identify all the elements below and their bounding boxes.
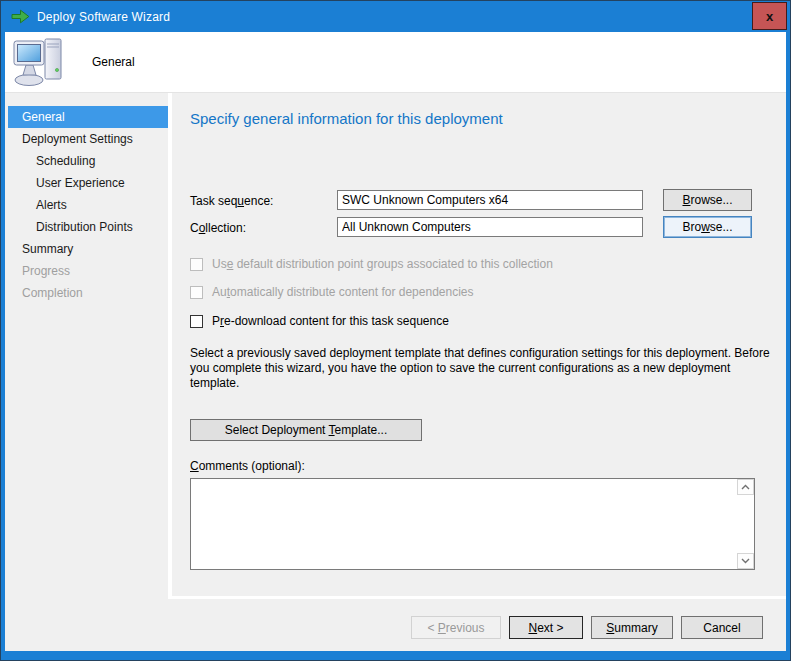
deployment-template-note: Select a previously saved deployment tem… — [190, 346, 772, 391]
wizard-frame: General General Deployment Settings Sche… — [5, 32, 786, 651]
footer-buttons: < Previous Next > Summary Cancel — [411, 616, 763, 639]
computer-icon — [12, 37, 66, 87]
collection-input[interactable] — [337, 217, 643, 237]
sidebar-item-deployment-settings[interactable]: Deployment Settings — [8, 128, 168, 150]
sidebar-item-scheduling[interactable]: Scheduling — [8, 150, 168, 172]
select-deployment-template-button[interactable]: Select Deployment Template... — [190, 419, 422, 441]
scroll-down-button[interactable] — [737, 553, 754, 569]
sidebar-item-progress: Progress — [8, 260, 168, 282]
chevron-up-icon — [741, 484, 750, 490]
pre-download-content-checkbox[interactable] — [190, 315, 203, 328]
page-step-title: General — [92, 55, 135, 69]
sidebar-item-general[interactable]: General — [8, 106, 168, 128]
close-button[interactable]: x — [752, 2, 787, 30]
use-default-dp-groups-checkbox — [190, 258, 203, 271]
comments-scrollbar[interactable] — [737, 479, 754, 569]
use-default-dp-groups-row: Use default distribution point groups as… — [190, 257, 553, 271]
deploy-software-wizard-window: Deploy Software Wizard x — [0, 0, 791, 661]
wizard-header: General — [5, 32, 786, 93]
comments-label: Comments (optional): — [190, 456, 305, 476]
wizard-body: General Deployment Settings Scheduling U… — [5, 93, 786, 596]
cancel-button[interactable]: Cancel — [681, 616, 763, 639]
task-sequence-browse-button[interactable]: Browse... — [663, 189, 752, 211]
auto-distribute-content-row: Automatically distribute content for dep… — [190, 285, 474, 299]
summary-button[interactable]: Summary — [591, 616, 673, 639]
comments-box — [190, 478, 755, 570]
general-page-content: Specify general information for this dep… — [172, 93, 786, 596]
task-sequence-label: Task sequence: — [190, 191, 273, 211]
sidebar-item-user-experience[interactable]: User Experience — [8, 172, 168, 194]
chevron-down-icon — [741, 558, 750, 564]
window-title: Deploy Software Wizard — [37, 10, 170, 24]
task-sequence-input[interactable] — [337, 190, 643, 210]
page-heading: Specify general information for this dep… — [190, 110, 503, 127]
collection-browse-button[interactable]: Browse... — [663, 216, 752, 238]
sidebar-item-distribution-points[interactable]: Distribution Points — [8, 216, 168, 238]
title-bar[interactable]: Deploy Software Wizard x — [1, 1, 790, 32]
wizard-footer: < Previous Next > Summary Cancel — [5, 596, 786, 651]
footer-divider — [168, 596, 786, 599]
auto-distribute-content-checkbox — [190, 286, 203, 299]
sidebar-item-alerts[interactable]: Alerts — [8, 194, 168, 216]
wizard-step-sidebar: General Deployment Settings Scheduling U… — [5, 93, 168, 596]
pre-download-content-row[interactable]: Pre-download content for this task seque… — [190, 314, 449, 328]
collection-label: Collection: — [190, 218, 246, 238]
sidebar-item-completion: Completion — [8, 282, 168, 304]
green-arrow-icon — [11, 9, 30, 24]
comments-textarea[interactable] — [191, 479, 737, 569]
scroll-up-button[interactable] — [737, 479, 754, 495]
close-icon: x — [766, 10, 773, 23]
next-button[interactable]: Next > — [509, 616, 583, 639]
sidebar-item-summary[interactable]: Summary — [8, 238, 168, 260]
previous-button: < Previous — [411, 616, 501, 639]
